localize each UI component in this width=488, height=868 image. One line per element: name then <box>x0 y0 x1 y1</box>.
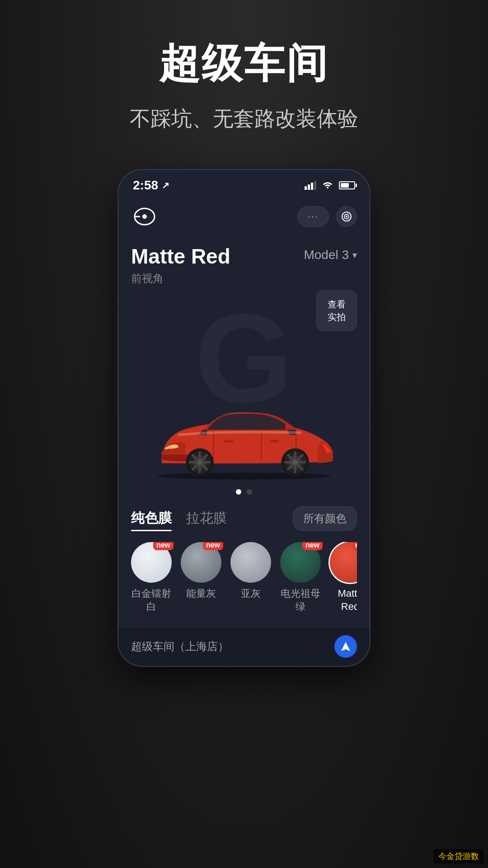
status-time: 2:58 ↗ <box>133 178 169 193</box>
new-badge: new <box>352 542 357 550</box>
svg-point-5 <box>346 216 347 217</box>
page-background: 超级车间 不踩坑、无套路改装体验 2:58 ↗ <box>0 0 488 868</box>
color-tabs: 纯色膜 拉花膜 所有颜色 <box>131 505 357 531</box>
dot-1 <box>236 489 241 495</box>
car-image <box>131 308 357 480</box>
model-selector[interactable]: Model 3 ▾ <box>304 244 357 262</box>
dot-2 <box>247 489 252 495</box>
chevron-down-icon: ▾ <box>352 250 357 260</box>
svg-rect-7 <box>225 440 233 443</box>
tab-solid-film[interactable]: 纯色膜 <box>131 505 172 531</box>
car-name: Matte Red <box>131 244 230 269</box>
color-section: 纯色膜 拉花膜 所有颜色 new 白金镭射白 <box>118 505 370 627</box>
battery-icon <box>339 181 355 189</box>
target-button[interactable] <box>336 206 357 227</box>
phone-mockup: 2:58 ↗ <box>117 169 371 667</box>
car-angle-label: 前视角 <box>131 271 357 286</box>
page-title: 超级车间 <box>159 36 329 91</box>
app-logo-icon <box>131 205 158 228</box>
car-section: Matte Red Model 3 ▾ 前视角 G 查看实拍 <box>118 235 370 480</box>
wifi-icon <box>322 179 333 191</box>
header-actions: ··· <box>297 206 357 227</box>
swatch-electric-green[interactable]: new 电光祖母绿 <box>280 542 321 613</box>
all-colors-button[interactable]: 所有颜色 <box>293 506 357 531</box>
svg-rect-8 <box>270 440 279 443</box>
more-button[interactable]: ··· <box>297 206 329 227</box>
status-icons <box>305 179 355 191</box>
swatch-matte-red[interactable]: new MatteRed <box>330 542 357 613</box>
navigation-arrow-icon: ↗ <box>162 180 169 191</box>
new-badge: new <box>153 542 174 550</box>
carousel-indicator <box>118 480 370 505</box>
watermark: 今金贷游数 <box>434 849 483 863</box>
navigation-button[interactable] <box>334 635 357 658</box>
bottom-bar: 超级车间（上海店） <box>118 627 370 666</box>
new-badge: new <box>203 542 223 550</box>
store-name: 超级车间（上海店） <box>131 639 229 654</box>
swatch-sub-gray[interactable]: 亚灰 <box>230 542 271 613</box>
svg-point-1 <box>142 214 147 219</box>
app-header: ··· <box>118 198 370 235</box>
swatch-energy-gray[interactable]: new 能量灰 <box>181 542 221 613</box>
svg-point-16 <box>197 460 202 465</box>
car-title-row: Matte Red Model 3 ▾ <box>131 244 357 269</box>
bottom-actions <box>334 635 357 658</box>
page-subtitle: 不踩坑、无套路改装体验 <box>130 105 358 133</box>
signal-icon <box>305 181 316 190</box>
car-view-area: G 查看实拍 <box>131 290 357 480</box>
svg-point-6 <box>157 473 331 480</box>
real-shot-button[interactable]: 查看实拍 <box>316 290 357 331</box>
color-swatches: new 白金镭射白 new 能量灰 亚灰 <box>131 542 357 618</box>
swatch-white-silver[interactable]: new 白金镭射白 <box>131 542 172 613</box>
status-bar: 2:58 ↗ <box>118 170 370 198</box>
new-badge: new <box>302 542 323 550</box>
svg-point-24 <box>293 460 298 465</box>
tab-pattern-film[interactable]: 拉花膜 <box>186 505 227 531</box>
